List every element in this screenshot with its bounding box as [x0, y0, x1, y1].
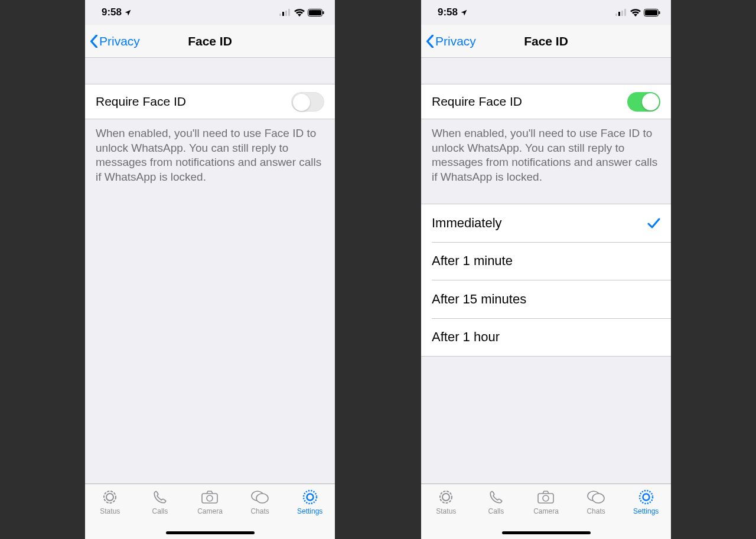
tab-label: Camera	[197, 507, 223, 515]
section-footer: When enabled, you'll need to use Face ID…	[421, 119, 671, 185]
chevron-left-icon	[426, 35, 434, 48]
home-indicator[interactable]	[166, 531, 255, 534]
require-faceid-toggle[interactable]	[291, 92, 324, 112]
tab-label: Chats	[250, 507, 269, 515]
tab-chats[interactable]: Chats	[571, 489, 621, 515]
cellular-icon	[279, 9, 291, 16]
gear-icon	[638, 489, 654, 505]
status-time: 9:58	[102, 6, 122, 18]
tab-chats[interactable]: Chats	[235, 489, 285, 515]
status-bar: 9:58	[85, 0, 335, 25]
svg-point-14	[307, 494, 313, 501]
battery-icon	[308, 9, 324, 17]
battery-icon	[644, 9, 660, 17]
svg-rect-15	[615, 14, 617, 16]
nav-bar: Privacy Face ID	[421, 25, 671, 58]
svg-rect-3	[288, 9, 290, 16]
phone-screen-left: 9:58 Privacy Face ID Require Face ID	[85, 0, 335, 539]
require-faceid-row[interactable]: Require Face ID	[421, 84, 671, 119]
camera-icon	[537, 489, 554, 505]
svg-rect-2	[285, 11, 287, 16]
location-icon	[460, 9, 468, 17]
lock-timing-options: Immediately After 1 minute After 15 minu…	[421, 204, 671, 357]
status-time: 9:58	[438, 6, 458, 18]
svg-point-28	[640, 491, 653, 504]
content-area: Require Face ID When enabled, you'll nee…	[85, 58, 335, 484]
svg-point-25	[543, 495, 549, 501]
option-immediately[interactable]: Immediately	[421, 204, 671, 242]
status-icon	[102, 489, 118, 505]
tab-calls[interactable]: Calls	[135, 489, 185, 515]
svg-rect-6	[323, 11, 324, 14]
svg-point-23	[442, 494, 449, 501]
camera-icon	[201, 489, 218, 505]
back-label: Privacy	[435, 34, 476, 48]
gear-icon	[302, 489, 318, 505]
svg-rect-17	[621, 11, 623, 16]
tab-bar: Status Calls Camera Chats Settings	[421, 484, 671, 539]
status-icon	[438, 489, 454, 505]
svg-point-13	[304, 491, 317, 504]
option-1-minute[interactable]: After 1 minute	[421, 242, 671, 280]
svg-rect-5	[309, 10, 321, 15]
phone-icon	[488, 489, 504, 505]
option-1-hour[interactable]: After 1 hour	[421, 318, 671, 356]
tab-label: Calls	[488, 507, 504, 515]
back-button[interactable]: Privacy	[85, 34, 140, 48]
phone-icon	[152, 489, 168, 505]
status-bar: 9:58	[421, 0, 671, 25]
svg-rect-21	[659, 11, 660, 14]
nav-bar: Privacy Face ID	[85, 25, 335, 58]
back-label: Privacy	[99, 34, 140, 48]
svg-rect-1	[282, 12, 284, 16]
tab-label: Settings	[633, 507, 659, 515]
svg-rect-0	[279, 14, 281, 16]
phone-screen-right: 9:58 Privacy Face ID Require Face ID	[421, 0, 671, 539]
chevron-left-icon	[90, 35, 98, 48]
chats-icon	[587, 489, 605, 505]
tab-label: Settings	[297, 507, 322, 515]
checkmark-icon	[647, 217, 660, 229]
tab-settings[interactable]: Settings	[621, 489, 671, 515]
back-button[interactable]: Privacy	[421, 34, 476, 48]
svg-point-12	[256, 494, 268, 503]
require-faceid-label: Require Face ID	[432, 94, 522, 109]
require-faceid-toggle[interactable]	[627, 92, 660, 112]
option-15-minutes[interactable]: After 15 minutes	[421, 280, 671, 318]
svg-point-10	[207, 495, 213, 501]
svg-rect-20	[645, 10, 657, 15]
tab-label: Chats	[586, 507, 605, 515]
option-label: After 1 hour	[432, 329, 500, 345]
wifi-icon	[630, 9, 641, 17]
tab-camera[interactable]: Camera	[185, 489, 235, 515]
wifi-icon	[294, 9, 305, 17]
home-indicator[interactable]	[502, 531, 591, 534]
tab-label: Calls	[152, 507, 168, 515]
tab-calls[interactable]: Calls	[471, 489, 522, 515]
tab-label: Status	[100, 507, 120, 515]
option-label: After 15 minutes	[432, 292, 526, 307]
svg-point-27	[592, 494, 604, 503]
option-label: After 1 minute	[432, 253, 513, 269]
tab-settings[interactable]: Settings	[285, 489, 335, 515]
require-faceid-label: Require Face ID	[96, 94, 186, 109]
location-icon	[124, 9, 132, 17]
section-footer: When enabled, you'll need to use Face ID…	[85, 119, 335, 185]
tab-bar: Status Calls Camera Chats Settings	[85, 484, 335, 539]
svg-point-29	[643, 494, 649, 501]
tab-label: Status	[436, 507, 456, 515]
svg-point-8	[106, 494, 113, 501]
tab-label: Camera	[533, 507, 559, 515]
svg-rect-18	[624, 9, 626, 16]
option-label: Immediately	[432, 215, 502, 231]
svg-rect-16	[618, 12, 620, 16]
content-area: Require Face ID When enabled, you'll nee…	[421, 58, 671, 484]
tab-camera[interactable]: Camera	[521, 489, 571, 515]
require-faceid-row[interactable]: Require Face ID	[85, 84, 335, 119]
chats-icon	[251, 489, 269, 505]
cellular-icon	[615, 9, 627, 16]
tab-status[interactable]: Status	[85, 489, 135, 515]
tab-status[interactable]: Status	[421, 489, 471, 515]
